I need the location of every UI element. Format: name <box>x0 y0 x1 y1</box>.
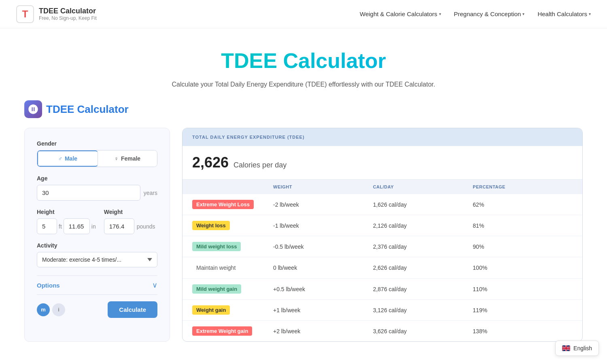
weight-cell: +1 lb/week <box>273 307 373 313</box>
gender-buttons: ♂ Male ♀ Female <box>37 150 157 167</box>
results-header: TOTAL DAILY ENERGY EXPENDITURE (TDEE) <box>183 128 582 146</box>
two-col-layout: Gender ♂ Male ♀ Female Age years <box>0 128 607 342</box>
mode-icons: m i <box>37 303 65 316</box>
col-header-weight: WEIGHT <box>273 184 373 189</box>
weight-cell: -2 lb/week <box>273 201 373 208</box>
col-header-pct: PERCENTAGE <box>473 184 573 189</box>
options-toggle[interactable]: Options ∨ <box>37 275 157 294</box>
options-chevron-icon: ∨ <box>152 281 157 290</box>
calculate-button[interactable]: Calculate <box>108 301 157 318</box>
in-unit-label: in <box>91 223 96 230</box>
cal-cell: 2,376 cal/day <box>373 243 473 250</box>
status-badge: Extreme Weight gain <box>192 326 252 336</box>
female-button[interactable]: ♀ Female <box>98 150 157 167</box>
calories-number: 2,626 <box>192 154 229 171</box>
main-nav: Weight & Calorie Calculators ▾ Pregnancy… <box>360 11 591 17</box>
age-unit-label: years <box>144 190 157 196</box>
results-card: TOTAL DAILY ENERGY EXPENDITURE (TDEE) 2,… <box>182 128 583 342</box>
calories-row: 2,626 Calories per day <box>183 146 582 180</box>
table-row: Extreme Weight Loss -2 lb/week 1,626 cal… <box>183 194 582 215</box>
height-weight-row: Height ft in Weight pounds <box>37 209 157 234</box>
language-text: English <box>573 345 592 351</box>
gender-label: Gender <box>37 140 157 147</box>
card-bottom: m i Calculate <box>37 294 157 318</box>
pct-cell: 62% <box>473 201 573 208</box>
options-label: Options <box>37 282 60 289</box>
cal-cell: 1,626 cal/day <box>373 201 473 208</box>
status-badge: Mild weight gain <box>192 284 241 294</box>
status-badge: Maintain weight <box>192 263 240 273</box>
status-badge: Weight gain <box>192 305 230 315</box>
weight-cell: +2 lb/week <box>273 328 373 334</box>
table-row: Extreme Weight gain +2 lb/week 3,626 cal… <box>183 321 582 341</box>
pct-cell: 138% <box>473 328 573 334</box>
weight-cell: -0.5 lb/week <box>273 243 373 250</box>
male-button[interactable]: ♂ Male <box>37 150 98 167</box>
badge-cell: Mild weight loss <box>192 242 273 251</box>
table-header: WEIGHT CAL/DAY PERCENTAGE <box>183 180 582 194</box>
logo-subtitle: Free, No Sign-up, Keep Fit <box>39 15 97 21</box>
weight-group: Weight pounds <box>104 209 157 234</box>
logo-title: TDEE Calculator <box>39 7 97 15</box>
badge-cell: Mild weight gain <box>192 284 273 294</box>
table-row: Maintain weight 0 lb/week 2,626 cal/day … <box>183 257 582 279</box>
weight-cell: +0.5 lb/week <box>273 286 373 292</box>
nav-pregnancy[interactable]: Pregnancy & Conception ▾ <box>454 11 525 17</box>
table-row: Mild weight gain +0.5 lb/week 2,876 cal/… <box>183 279 582 300</box>
height-label: Height <box>37 209 96 215</box>
calculator-icon <box>24 100 42 118</box>
status-badge: Extreme Weight Loss <box>192 200 254 209</box>
nav-health[interactable]: Health Calculators ▾ <box>537 11 591 17</box>
pct-cell: 100% <box>473 265 573 271</box>
table-row: Mild weight loss -0.5 lb/week 2,376 cal/… <box>183 236 582 257</box>
badge-cell: Weight loss <box>192 221 273 230</box>
female-icon: ♀ <box>114 155 119 162</box>
results-rows: Extreme Weight Loss -2 lb/week 1,626 cal… <box>183 194 582 341</box>
chevron-down-icon: ▾ <box>589 12 591 16</box>
badge-cell: Extreme Weight gain <box>192 326 273 336</box>
badge-cell: Maintain weight <box>192 263 273 273</box>
age-label: Age <box>37 175 157 182</box>
height-ft-input[interactable] <box>37 218 57 234</box>
pct-cell: 81% <box>473 222 573 229</box>
table-row: Weight loss -1 lb/week 2,126 cal/day 81% <box>183 215 582 236</box>
activity-select[interactable]: Sedentary: little or no exercise Light: … <box>37 252 157 267</box>
results-header-label: TOTAL DAILY ENERGY EXPENDITURE (TDEE) <box>192 135 573 140</box>
pct-cell: 119% <box>473 307 573 313</box>
weight-input[interactable] <box>104 218 134 234</box>
nav-weight-calorie[interactable]: Weight & Calorie Calculators ▾ <box>360 11 441 17</box>
height-in-input[interactable] <box>64 218 90 234</box>
logo-area: T TDEE Calculator Free, No Sign-up, Keep… <box>16 5 97 23</box>
pct-cell: 110% <box>473 286 573 292</box>
weight-label: Weight <box>104 209 157 215</box>
chevron-down-icon: ▾ <box>522 12 524 16</box>
male-icon: ♂ <box>58 155 62 162</box>
ft-unit-label: ft <box>59 223 62 230</box>
input-card: Gender ♂ Male ♀ Female Age years <box>24 128 170 342</box>
pct-cell: 90% <box>473 243 573 250</box>
col-header-badge <box>192 184 273 189</box>
metric-mode-button[interactable]: m <box>37 303 50 316</box>
table-row: Weight gain +1 lb/week 3,126 cal/day 119… <box>183 300 582 321</box>
age-group: Age years <box>37 175 157 201</box>
status-badge: Weight loss <box>192 221 230 230</box>
age-input[interactable] <box>37 185 140 201</box>
weight-cell: -1 lb/week <box>273 222 373 229</box>
badge-cell: Extreme Weight Loss <box>192 200 273 209</box>
language-badge[interactable]: English <box>555 341 599 356</box>
col-header-cal: CAL/DAY <box>373 184 473 189</box>
logo-text-area: TDEE Calculator Free, No Sign-up, Keep F… <box>39 7 97 21</box>
flag-icon <box>562 345 570 351</box>
chevron-down-icon: ▾ <box>439 12 441 16</box>
header: T TDEE Calculator Free, No Sign-up, Keep… <box>0 0 607 28</box>
weight-unit-label: pounds <box>137 223 155 230</box>
hero-subtitle: Calculate your Total Daily Energy Expend… <box>8 81 599 88</box>
imperial-mode-button[interactable]: i <box>52 303 65 316</box>
hero-section: TDEE Calculator Calculate your Total Dai… <box>0 28 607 100</box>
weight-inputs: pounds <box>104 218 157 234</box>
age-input-row: years <box>37 185 157 201</box>
calories-unit-label: Calories per day <box>233 161 287 169</box>
cal-cell: 2,626 cal/day <box>373 265 473 271</box>
height-group: Height ft in <box>37 209 96 234</box>
height-inputs: ft in <box>37 218 96 234</box>
